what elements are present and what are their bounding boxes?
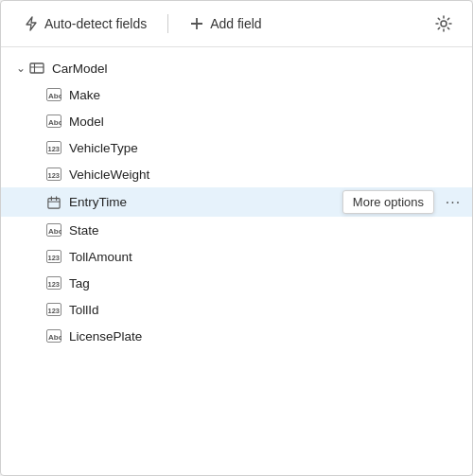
autodetect-button[interactable]: Auto-detect fields: [16, 12, 154, 35]
svg-text:Abc: Abc: [48, 227, 61, 236]
ellipsis-dots: ···: [446, 194, 461, 211]
vehicletype-label: VehicleType: [69, 141, 464, 155]
tollid-label: TollId: [69, 303, 464, 317]
toolbar-right: [430, 10, 457, 37]
toolbar-left: Auto-detect fields Add field: [16, 12, 430, 35]
lightning-icon: [24, 16, 39, 31]
tree-item-state[interactable]: Abc State: [1, 217, 472, 243]
state-label: State: [69, 223, 464, 238]
svg-rect-14: [48, 198, 60, 208]
svg-text:123: 123: [48, 171, 61, 180]
tree-item-vehicletype[interactable]: 123 VehicleType: [1, 134, 472, 161]
licenseplate-label: LicensePlate: [69, 329, 464, 344]
123-icon-tollamount: 123: [46, 250, 61, 263]
svg-point-2: [441, 21, 447, 26]
svg-text:Abc: Abc: [48, 118, 61, 127]
carmodel-label: CarModel: [52, 62, 464, 76]
tree-item-model[interactable]: Abc Model: [1, 108, 472, 134]
123-icon-vehicleweight: 123: [46, 167, 61, 181]
tollamount-label: TollAmount: [69, 250, 464, 264]
gear-icon: [434, 14, 453, 33]
svg-text:123: 123: [48, 254, 61, 262]
tree-item-make[interactable]: Abc Make: [1, 81, 472, 108]
abc-icon-state: Abc: [46, 223, 61, 237]
svg-rect-3: [30, 63, 44, 73]
123-icon-vehicletype: 123: [46, 141, 61, 154]
calendar-icon-entrytime: [46, 196, 61, 209]
tree: ⌄ CarModel Abc Make: [1, 47, 472, 475]
toolbar-separator: [167, 14, 168, 33]
123-icon-tollid: 123: [46, 303, 61, 316]
more-options-tooltip: More options: [342, 190, 434, 214]
svg-text:123: 123: [48, 145, 61, 153]
tree-item-tag[interactable]: 123 Tag: [1, 270, 472, 296]
autodetect-label: Auto-detect fields: [44, 16, 147, 31]
tree-item-tollid[interactable]: 123 TollId: [1, 296, 472, 323]
make-label: Make: [69, 88, 464, 102]
abc-icon-model: Abc: [46, 115, 61, 128]
addfield-button[interactable]: Add field: [182, 12, 269, 35]
ellipsis-button[interactable]: ···: [442, 191, 464, 214]
tree-item-licenseplate[interactable]: Abc LicensePlate: [1, 323, 472, 349]
entrytime-label: EntryTime: [69, 195, 342, 209]
tree-item-carmodel[interactable]: ⌄ CarModel: [1, 55, 472, 81]
tag-label: Tag: [69, 276, 464, 291]
abc-icon-licenseplate: Abc: [46, 329, 61, 343]
table-icon: [29, 61, 44, 76]
tree-item-entrytime[interactable]: EntryTime More options ···: [1, 187, 472, 217]
plus-icon: [189, 16, 204, 31]
addfield-label: Add field: [210, 16, 261, 31]
svg-text:Abc: Abc: [48, 333, 61, 342]
more-options-area: More options ···: [342, 190, 464, 214]
abc-icon-make: Abc: [46, 88, 61, 101]
toolbar: Auto-detect fields Add field: [1, 1, 472, 47]
more-options-label: More options: [353, 195, 424, 209]
model-label: Model: [69, 115, 464, 129]
tree-item-tollamount[interactable]: 123 TollAmount: [1, 243, 472, 270]
svg-text:123: 123: [48, 307, 61, 315]
svg-text:123: 123: [48, 280, 61, 289]
settings-button[interactable]: [430, 10, 457, 37]
panel: Auto-detect fields Add field: [0, 0, 473, 476]
vehicleweight-label: VehicleWeight: [69, 167, 464, 182]
123-icon-tag: 123: [46, 276, 61, 290]
chevron-icon: ⌄: [16, 62, 26, 75]
tree-item-vehicleweight[interactable]: 123 VehicleWeight: [1, 161, 472, 187]
svg-text:Abc: Abc: [48, 92, 61, 100]
